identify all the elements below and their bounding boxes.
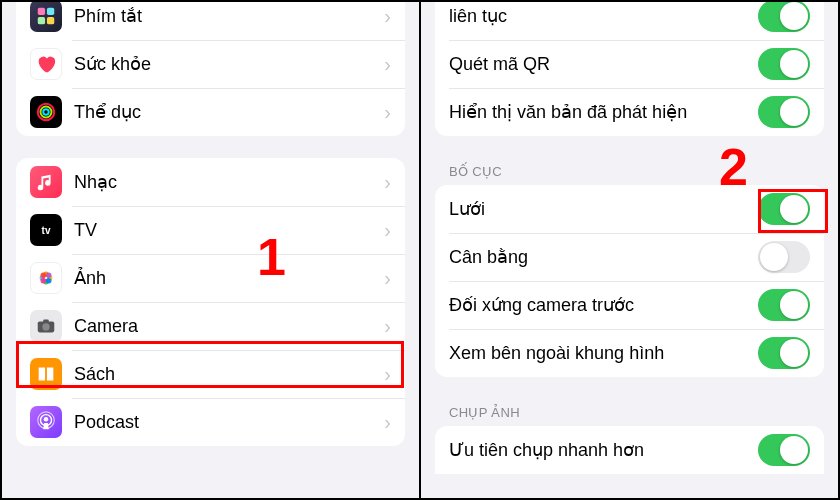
row-grid[interactable]: Lưới xyxy=(435,185,824,233)
chevron-right-icon: › xyxy=(384,101,391,124)
row-label: Hiển thị văn bản đã phát hiện xyxy=(449,101,758,123)
svg-point-16 xyxy=(42,323,49,330)
row-label: Phím tắt xyxy=(74,5,384,27)
toggle-outside-frame[interactable] xyxy=(758,337,810,369)
row-tv[interactable]: tv TV › xyxy=(16,206,405,254)
settings-group-1: Phím tắt › Sức khỏe › Thể dục › xyxy=(16,2,405,136)
row-label: liên tục xyxy=(449,5,758,27)
camera-group-1: liên tục Quét mã QR Hiển thị văn bản đã … xyxy=(435,2,824,136)
svg-rect-17 xyxy=(43,320,49,323)
row-continuous[interactable]: liên tục xyxy=(435,2,824,40)
settings-group-2: Nhạc › tv TV › Ảnh › Cam xyxy=(16,158,405,446)
section-header-capture: CHỤP ẢNH xyxy=(421,399,838,426)
row-level[interactable]: Cân bằng xyxy=(435,233,824,281)
books-icon xyxy=(30,358,62,390)
svg-rect-2 xyxy=(38,17,45,24)
chevron-right-icon: › xyxy=(384,363,391,386)
svg-point-13 xyxy=(46,278,52,284)
row-label: Lưới xyxy=(449,198,758,220)
music-icon xyxy=(30,166,62,198)
row-podcast[interactable]: Podcast › xyxy=(16,398,405,446)
section-header-layout: BỐ CỤC xyxy=(421,158,838,185)
chevron-right-icon: › xyxy=(384,53,391,76)
chevron-right-icon: › xyxy=(384,267,391,290)
toggle-level[interactable] xyxy=(758,241,810,273)
svg-point-14 xyxy=(41,278,47,284)
camera-group-layout: Lưới Cân bằng Đối xứng camera trước Xem … xyxy=(435,185,824,377)
row-music[interactable]: Nhạc › xyxy=(16,158,405,206)
row-label: Cân bằng xyxy=(449,246,758,268)
row-health[interactable]: Sức khỏe › xyxy=(16,40,405,88)
svg-point-12 xyxy=(46,273,52,279)
row-label: Podcast xyxy=(74,412,384,433)
chevron-right-icon: › xyxy=(384,5,391,28)
row-detected-text[interactable]: Hiển thị văn bản đã phát hiện xyxy=(435,88,824,136)
camera-group-capture: Ưu tiên chụp nhanh hơn xyxy=(435,426,824,474)
svg-point-18 xyxy=(44,417,49,422)
row-camera[interactable]: Camera › xyxy=(16,302,405,350)
row-label: Sức khỏe xyxy=(74,53,384,75)
row-label: Sách xyxy=(74,364,384,385)
svg-rect-3 xyxy=(47,17,54,24)
row-label: Camera xyxy=(74,316,384,337)
row-photos[interactable]: Ảnh › xyxy=(16,254,405,302)
annotation-step-2: 2 xyxy=(719,137,748,197)
row-label: Quét mã QR xyxy=(449,54,758,75)
toggle-detected-text[interactable] xyxy=(758,96,810,128)
toggle-qr[interactable] xyxy=(758,48,810,80)
chevron-right-icon: › xyxy=(384,219,391,242)
camera-icon xyxy=(30,310,62,342)
row-label: Thể dục xyxy=(74,101,384,123)
tv-icon: tv xyxy=(30,214,62,246)
row-qr-scan[interactable]: Quét mã QR xyxy=(435,40,824,88)
svg-rect-0 xyxy=(38,8,45,15)
annotation-step-1: 1 xyxy=(257,227,286,287)
row-books[interactable]: Sách › xyxy=(16,350,405,398)
shortcuts-icon xyxy=(30,2,62,32)
svg-point-11 xyxy=(41,273,47,279)
toggle-continuous[interactable] xyxy=(758,2,810,32)
svg-rect-1 xyxy=(47,8,54,15)
svg-point-5 xyxy=(41,107,52,118)
row-fitness[interactable]: Thể dục › xyxy=(16,88,405,136)
row-shortcuts[interactable]: Phím tắt › xyxy=(16,2,405,40)
row-label: TV xyxy=(74,220,384,241)
podcast-icon xyxy=(30,406,62,438)
fitness-icon xyxy=(30,96,62,128)
chevron-right-icon: › xyxy=(384,411,391,434)
row-label: Ưu tiên chụp nhanh hơn xyxy=(449,439,758,461)
health-icon xyxy=(30,48,62,80)
chevron-right-icon: › xyxy=(384,171,391,194)
toggle-mirror[interactable] xyxy=(758,289,810,321)
row-label: Nhạc xyxy=(74,171,384,193)
svg-point-6 xyxy=(43,109,49,115)
row-prioritize-faster[interactable]: Ưu tiên chụp nhanh hơn xyxy=(435,426,824,474)
row-label: Đối xứng camera trước xyxy=(449,294,758,316)
row-mirror-front[interactable]: Đối xứng camera trước xyxy=(435,281,824,329)
settings-list-pane: Phím tắt › Sức khỏe › Thể dục › xyxy=(2,2,421,498)
row-view-outside-frame[interactable]: Xem bên ngoài khung hình xyxy=(435,329,824,377)
toggle-grid[interactable] xyxy=(758,193,810,225)
camera-settings-pane: liên tục Quét mã QR Hiển thị văn bản đã … xyxy=(421,2,838,498)
chevron-right-icon: › xyxy=(384,315,391,338)
row-label: Xem bên ngoài khung hình xyxy=(449,343,758,364)
photos-icon xyxy=(30,262,62,294)
row-label: Ảnh xyxy=(74,267,384,289)
toggle-faster-shooting[interactable] xyxy=(758,434,810,466)
